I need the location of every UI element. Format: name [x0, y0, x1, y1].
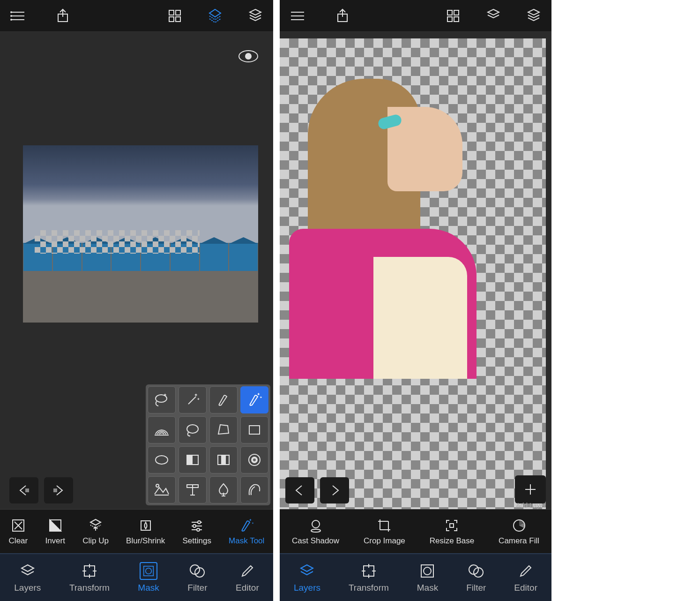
- visibility-icon[interactable]: [238, 50, 259, 65]
- mirror-grad-icon[interactable]: [209, 446, 238, 473]
- action-resize-label: Resize Base: [430, 536, 474, 546]
- svg-point-28: [156, 456, 168, 464]
- tab-mask[interactable]: Mask: [412, 559, 443, 596]
- svg-point-83: [312, 520, 320, 528]
- linear-grad-icon[interactable]: [179, 446, 207, 473]
- tab-layers[interactable]: Layers: [289, 559, 325, 596]
- svg-text:✦: ✦: [252, 522, 254, 525]
- tab-layers-label: Layers: [14, 583, 41, 593]
- svg-rect-27: [249, 426, 260, 434]
- list-icon[interactable]: [289, 8, 306, 24]
- svg-point-35: [253, 458, 256, 461]
- action-castshadow-label: Cast Shadow: [292, 536, 339, 546]
- add-layer-label: Add Layer: [516, 502, 546, 509]
- tab-transform[interactable]: Transform: [344, 559, 394, 596]
- list-icon[interactable]: [9, 8, 26, 24]
- hair-icon[interactable]: [240, 476, 268, 503]
- svg-rect-76: [454, 10, 459, 15]
- arch-icon[interactable]: [148, 416, 176, 443]
- prev-button[interactable]: [285, 477, 314, 503]
- share-icon[interactable]: [334, 8, 351, 24]
- tab-transform-label: Transform: [69, 583, 110, 593]
- magic-brush-icon[interactable]: ✦✦: [240, 386, 268, 413]
- svg-rect-77: [447, 17, 452, 22]
- grid-icon[interactable]: [445, 8, 462, 24]
- left-canvas[interactable]: ✦ ✦✦ ✦✦: [0, 32, 273, 509]
- svg-rect-43: [26, 489, 29, 492]
- tab-filter[interactable]: Filter: [462, 559, 491, 596]
- layers-stack-icon[interactable]: [525, 8, 542, 24]
- add-layer-button[interactable]: [515, 475, 546, 503]
- svg-marker-80: [528, 9, 539, 15]
- text-icon[interactable]: [179, 476, 207, 503]
- action-clear-label: Clear: [9, 536, 28, 546]
- action-masktool-label: Mask Tool: [229, 536, 264, 546]
- action-crop-label: Crop Image: [364, 536, 405, 546]
- action-clipup[interactable]: Clip Up: [82, 518, 109, 546]
- tab-transform-label: Transform: [349, 583, 389, 593]
- action-masktool[interactable]: ✦✦Mask Tool: [229, 518, 264, 546]
- tab-editor-label: Editor: [236, 583, 259, 593]
- action-clear[interactable]: Clear: [9, 518, 28, 546]
- tab-editor[interactable]: Editor: [231, 559, 264, 596]
- action-invert[interactable]: Invert: [45, 518, 65, 546]
- action-blurshrink[interactable]: Blur/Shrink: [126, 518, 165, 546]
- svg-point-53: [198, 521, 201, 524]
- tab-mask[interactable]: Mask: [133, 559, 164, 596]
- svg-rect-75: [447, 10, 452, 15]
- layers-stack-icon[interactable]: [247, 8, 264, 24]
- magic-wand-icon[interactable]: ✦✦: [179, 386, 207, 413]
- brush-icon[interactable]: [209, 386, 238, 413]
- landscape-icon[interactable]: [148, 476, 176, 503]
- tab-transform[interactable]: Transform: [65, 559, 114, 596]
- tab-layers[interactable]: Layers: [9, 559, 45, 596]
- tab-layers-label: Layers: [294, 583, 320, 593]
- svg-marker-49: [90, 519, 101, 525]
- svg-marker-79: [488, 9, 499, 15]
- svg-rect-8: [169, 10, 174, 15]
- grid-icon[interactable]: [166, 8, 183, 24]
- nav-arrows-left: [9, 477, 73, 503]
- svg-point-55: [193, 525, 196, 527]
- svg-text:✦: ✦: [260, 396, 262, 399]
- next-button[interactable]: [44, 477, 73, 503]
- action-settings[interactable]: Settings: [182, 518, 211, 546]
- svg-rect-32: [221, 455, 226, 465]
- action-crop[interactable]: Crop Image: [364, 518, 405, 546]
- tab-filter-label: Filter: [187, 583, 207, 593]
- tab-filter-label: Filter: [466, 583, 486, 593]
- prev-button[interactable]: [9, 477, 38, 503]
- svg-rect-78: [454, 17, 459, 22]
- svg-marker-13: [250, 9, 261, 15]
- rect-icon[interactable]: [240, 416, 268, 443]
- action-clipup-label: Clip Up: [82, 536, 109, 546]
- svg-point-57: [197, 528, 200, 531]
- tab-filter[interactable]: Filter: [183, 559, 212, 596]
- polygon-icon[interactable]: [209, 416, 238, 443]
- spade-icon[interactable]: [209, 476, 238, 503]
- right-canvas[interactable]: Add Layer: [280, 32, 551, 509]
- svg-rect-89: [450, 524, 454, 527]
- svg-rect-9: [176, 10, 180, 15]
- action-camerafill[interactable]: Camera Fill: [499, 518, 539, 546]
- ellipse-icon[interactable]: [148, 446, 176, 473]
- share-icon[interactable]: [54, 8, 71, 24]
- lasso-icon[interactable]: [179, 416, 207, 443]
- svg-marker-60: [22, 565, 34, 571]
- photo-layer[interactable]: [23, 145, 258, 323]
- tab-editor[interactable]: Editor: [509, 559, 542, 596]
- svg-rect-97: [421, 565, 433, 577]
- action-castshadow[interactable]: Cast Shadow: [292, 518, 339, 546]
- layers-outline-icon[interactable]: [485, 8, 502, 24]
- girl-cutout[interactable]: [289, 79, 491, 379]
- svg-text:✦: ✦: [197, 397, 200, 401]
- svg-rect-66: [144, 566, 154, 576]
- magic-lasso-icon[interactable]: ✦: [148, 386, 176, 413]
- right-pane: Add Layer Cast Shadow Crop Image Resize …: [280, 0, 551, 601]
- svg-point-4: [11, 15, 12, 16]
- diamond-layers-icon[interactable]: [207, 8, 223, 24]
- action-resize[interactable]: Resize Base: [430, 518, 474, 546]
- radial-grad-icon[interactable]: [240, 446, 268, 473]
- svg-marker-12: [209, 9, 221, 17]
- next-button[interactable]: [320, 477, 349, 503]
